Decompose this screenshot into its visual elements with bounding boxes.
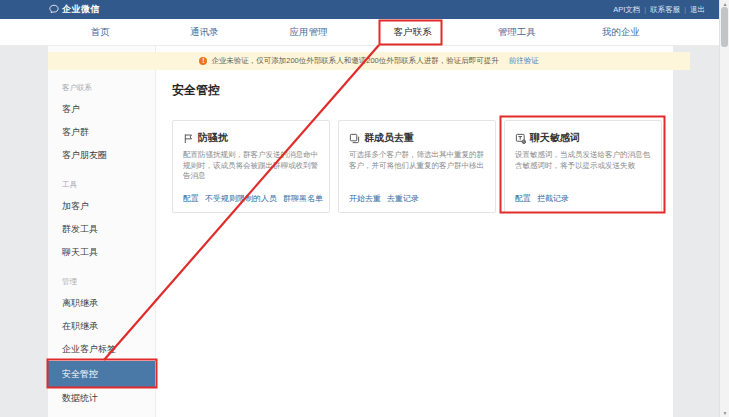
card-chat-sensitive-words: 聊天敏感词设置敏感词，当成员发送给客户的消息包含敏感词时，将予以提示或发送失败配… bbox=[504, 120, 662, 213]
sidebar-group-2: 管理离职继承在职继承企业客户标签安全管控数据统计 bbox=[48, 272, 155, 410]
sidebar-divider bbox=[155, 46, 156, 417]
sidebar-group-0: 客户联系客户客户群客户朋友圈 bbox=[48, 78, 155, 167]
sidebar-item-add-customer[interactable]: 加客户 bbox=[48, 195, 155, 218]
sidebar-item-customer-moments[interactable]: 客户朋友圈 bbox=[48, 144, 155, 167]
nav-tab-customer-contact[interactable]: 客户联系 bbox=[361, 19, 465, 45]
nav-tabs: 首页通讯录应用管理客户联系管理工具我的企业 bbox=[48, 19, 673, 45]
sidebar-group-1: 工具加客户群发工具聊天工具 bbox=[48, 175, 155, 264]
card-title-anti-harassment: 防骚扰 bbox=[183, 131, 319, 145]
enterprise-wechat-admin-window: 企业微信 API文档|联系客服|退出 首页通讯录应用管理客户联系管理工具我的企业… bbox=[0, 0, 729, 417]
sidebar-item-customers[interactable]: 客户 bbox=[48, 98, 155, 121]
app-logo-text: 企业微信 bbox=[62, 3, 100, 16]
card-group-member-dedupe: 群成员去重可选择多个客户群，筛选出其中重复的群客户，并可将他们从重复的客户群中移… bbox=[338, 120, 496, 213]
chat-word-icon bbox=[515, 133, 526, 144]
card-link-anti-harassment-exempt-members[interactable]: 不受规则限制的人员 bbox=[205, 193, 277, 204]
sidebar-item-on-job-inherit[interactable]: 在职继承 bbox=[48, 315, 155, 338]
sidebar-item-customer-groups[interactable]: 客户群 bbox=[48, 121, 155, 144]
card-link-chat-sensitive-words-configure[interactable]: 配置 bbox=[515, 193, 531, 204]
card-link-group-member-dedupe-start-dedupe[interactable]: 开始去重 bbox=[349, 193, 381, 204]
topbar-links: API文档|联系客服|退出 bbox=[609, 0, 709, 19]
sidebar-group-header-0: 客户联系 bbox=[48, 78, 155, 98]
card-link-anti-harassment-group-blacklist[interactable]: 群聊黑名单 bbox=[283, 193, 323, 204]
page-title: 安全管控 bbox=[172, 82, 220, 99]
card-title-group-member-dedupe: 群成员去重 bbox=[349, 131, 485, 145]
vertical-scrollbar[interactable]: ▲ ▼ bbox=[719, 0, 729, 417]
verification-notice-bar: ! 企业未验证，仅可添加200位外部联系人和邀请200位外部联系人进群，验证后即… bbox=[48, 52, 690, 70]
overlap-squares-icon bbox=[349, 133, 360, 144]
wechat-work-bubble-icon bbox=[49, 4, 59, 16]
card-links-chat-sensitive-words: 配置拦截记录 bbox=[515, 193, 569, 204]
card-title-text: 群成员去重 bbox=[364, 131, 414, 145]
card-links-group-member-dedupe: 开始去重去重记录 bbox=[349, 193, 419, 204]
sidebar-item-enterprise-customer-tags[interactable]: 企业客户标签 bbox=[48, 338, 155, 361]
card-title-text: 聊天敏感词 bbox=[530, 131, 580, 145]
nav-tab-contacts[interactable]: 通讯录 bbox=[152, 19, 256, 45]
sidebar-item-data-statistics[interactable]: 数据统计 bbox=[48, 387, 155, 410]
topbar-link-api-docs[interactable]: API文档 bbox=[609, 5, 644, 15]
sidebar-item-chat-tool[interactable]: 聊天工具 bbox=[48, 241, 155, 264]
sidebar-item-group-send-tool[interactable]: 群发工具 bbox=[48, 218, 155, 241]
card-link-chat-sensitive-words-intercept-records[interactable]: 拦截记录 bbox=[537, 193, 569, 204]
card-title-text: 防骚扰 bbox=[198, 131, 228, 145]
topbar-link-logout[interactable]: 退出 bbox=[686, 5, 709, 15]
nav-tab-app-management[interactable]: 应用管理 bbox=[256, 19, 360, 45]
nav-tab-home[interactable]: 首页 bbox=[48, 19, 152, 45]
card-link-group-member-dedupe-dedupe-records[interactable]: 去重记录 bbox=[387, 193, 419, 204]
alert-icon: ! bbox=[199, 57, 207, 65]
sidebar-item-resignation-inherit[interactable]: 离职继承 bbox=[48, 292, 155, 315]
scrollbar-thumb[interactable] bbox=[721, 7, 728, 47]
top-header-bar: 企业微信 API文档|联系客服|退出 bbox=[0, 0, 719, 19]
card-title-chat-sensitive-words: 聊天敏感词 bbox=[515, 131, 651, 145]
primary-nav-bar: 首页通讯录应用管理客户联系管理工具我的企业 bbox=[0, 19, 719, 46]
card-description: 设置敏感词，当成员发送给客户的消息包含敏感词时，将予以提示或发送失败 bbox=[515, 150, 651, 171]
go-verify-link[interactable]: 前往验证 bbox=[509, 56, 539, 66]
sidebar-menu: 客户联系客户客户群客户朋友圈工具加客户群发工具聊天工具管理离职继承在职继承企业客… bbox=[48, 78, 155, 410]
topbar-link-contact-support[interactable]: 联系客服 bbox=[646, 5, 684, 15]
card-description: 可选择多个客户群，筛选出其中重复的群客户，并可将他们从重复的客户群中移出 bbox=[349, 150, 485, 171]
scroll-down-arrow[interactable]: ▼ bbox=[720, 410, 729, 416]
sidebar-group-header-2: 管理 bbox=[48, 272, 155, 292]
card-link-anti-harassment-configure[interactable]: 配置 bbox=[183, 193, 199, 204]
nav-tab-management-tools[interactable]: 管理工具 bbox=[465, 19, 569, 45]
feature-cards: 防骚扰配置防骚扰规则，群客户发送的消息命中规则时，该成员将会被踢出群聊或收到警告… bbox=[172, 120, 662, 213]
sidebar-item-security-control[interactable]: 安全管控 bbox=[48, 361, 155, 387]
card-anti-harassment: 防骚扰配置防骚扰规则，群客户发送的消息命中规则时，该成员将会被踢出群聊或收到警告… bbox=[172, 120, 330, 213]
card-description: 配置防骚扰规则，群客户发送的消息命中规则时，该成员将会被踢出群聊或收到警告消息 bbox=[183, 150, 319, 182]
card-links-anti-harassment: 配置不受规则限制的人员群聊黑名单 bbox=[183, 193, 323, 204]
nav-tab-my-company[interactable]: 我的企业 bbox=[569, 19, 673, 45]
flag-icon bbox=[183, 133, 194, 144]
app-logo: 企业微信 bbox=[49, 0, 100, 19]
sidebar-group-header-1: 工具 bbox=[48, 175, 155, 195]
verification-notice-text: 企业未验证，仅可添加200位外部联系人和邀请200位外部联系人进群，验证后即可提… bbox=[211, 56, 499, 66]
